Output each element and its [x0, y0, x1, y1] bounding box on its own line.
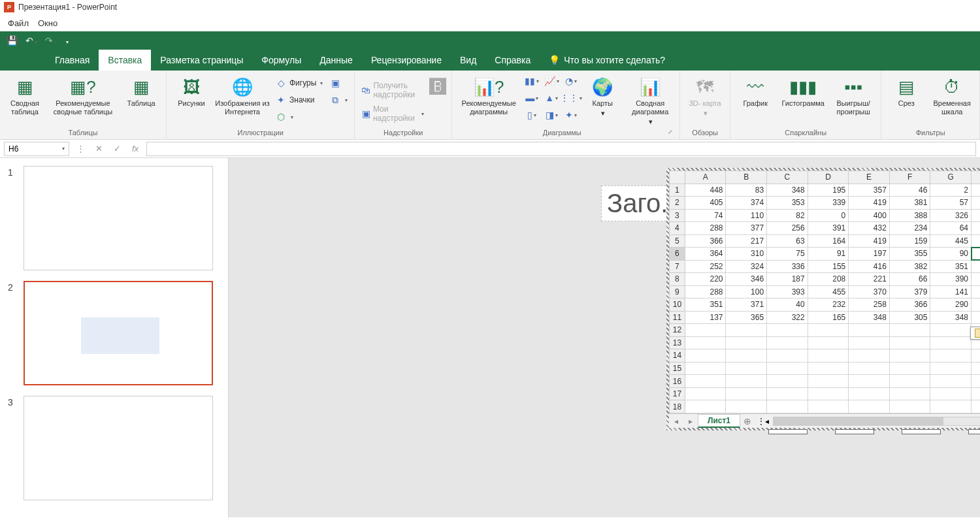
cell-A16[interactable]	[685, 375, 726, 388]
cell-B1[interactable]: 83	[726, 184, 767, 197]
row-header-1[interactable]: 1	[670, 184, 685, 197]
charts-dialog-launcher[interactable]: ⤢	[668, 129, 676, 138]
cell-G6[interactable]: 90	[930, 248, 972, 261]
cell-F11[interactable]: 305	[889, 311, 930, 324]
row-header-11[interactable]: 11	[670, 311, 685, 324]
cell-F1[interactable]: 46	[889, 184, 930, 197]
cell-H18[interactable]	[972, 400, 980, 413]
enter-icon[interactable]: ✓	[110, 144, 124, 153]
cell-G10[interactable]: 290	[930, 298, 972, 312]
cell-B16[interactable]	[726, 375, 767, 388]
my-addins-button[interactable]: ▣Мои надстройки▾	[359, 103, 427, 124]
cell-A3[interactable]: 74	[685, 209, 726, 222]
col-header-D[interactable]: D	[808, 171, 849, 184]
row-header-9[interactable]: 9	[670, 285, 685, 298]
cell-E17[interactable]	[849, 387, 890, 400]
cell-D10[interactable]: 232	[808, 298, 849, 312]
cell-F7[interactable]: 382	[889, 260, 930, 273]
row-header-18[interactable]: 18	[670, 400, 685, 413]
cell-E13[interactable]	[849, 336, 890, 349]
row-header-6[interactable]: 6	[670, 248, 685, 261]
horizontal-scrollbar[interactable]: ⋮ ◂ ▸	[755, 417, 980, 426]
cell-A15[interactable]	[685, 362, 726, 375]
cell-C5[interactable]: 63	[767, 234, 808, 248]
qat-customize-icon[interactable]: ▾	[65, 35, 69, 46]
cell-A7[interactable]: 252	[685, 260, 726, 273]
cell-G11[interactable]: 348	[930, 311, 972, 324]
cell-D1[interactable]: 195	[808, 184, 849, 197]
get-addins-button[interactable]: 🛍Получить надстройки	[359, 80, 427, 101]
table-button[interactable]: ▦Таблица	[120, 73, 162, 110]
cell-G4[interactable]: 64	[930, 222, 972, 235]
cell-B7[interactable]: 324	[726, 260, 767, 273]
cell-A8[interactable]: 220	[685, 273, 726, 286]
cell-E5[interactable]: 419	[849, 234, 890, 248]
cell-C8[interactable]: 187	[767, 273, 808, 286]
row-header-10[interactable]: 10	[670, 298, 685, 312]
cell-C14[interactable]	[767, 349, 808, 362]
cell-A18[interactable]	[685, 400, 726, 413]
paste-options-button[interactable]: (Ctrl) ▾	[970, 327, 980, 340]
cell-G1[interactable]: 2	[930, 184, 972, 197]
cell-E15[interactable]	[849, 362, 890, 375]
slicer-button[interactable]: ▤Срез	[885, 73, 927, 110]
cell-A10[interactable]: 351	[685, 298, 726, 312]
cell-H11[interactable]	[972, 311, 980, 324]
cell-C16[interactable]	[767, 375, 808, 388]
cell-B15[interactable]	[726, 362, 767, 375]
cell-D3[interactable]: 0	[808, 209, 849, 222]
row-header-15[interactable]: 15	[670, 362, 685, 375]
cell-C12[interactable]	[767, 324, 808, 337]
cell-F9[interactable]: 379	[889, 285, 930, 298]
cell-B17[interactable]	[726, 387, 767, 400]
row-header-17[interactable]: 17	[670, 387, 685, 400]
slide-preview[interactable]	[24, 166, 213, 270]
cell-D12[interactable]	[808, 324, 849, 337]
cell-C6[interactable]: 75	[767, 248, 808, 261]
cell-F3[interactable]: 388	[889, 209, 930, 222]
cell-C2[interactable]: 353	[767, 197, 808, 210]
col-header-B[interactable]: B	[726, 171, 767, 184]
cell-F4[interactable]: 234	[889, 222, 930, 235]
pie-chart-icon[interactable]: ◔▾	[562, 73, 580, 89]
cell-E16[interactable]	[849, 375, 890, 388]
slide-thumb-1[interactable]: 1	[8, 166, 220, 270]
tell-me-search[interactable]: 💡Что вы хотите сделать?	[540, 50, 674, 71]
cell-G7[interactable]: 351	[930, 260, 972, 273]
cell-D8[interactable]: 208	[808, 273, 849, 286]
recommended-pivot-button[interactable]: ▦?Рекомендуемые сводные таблицы	[47, 73, 119, 119]
redo-icon[interactable]: ↷▾	[45, 35, 57, 46]
maps-button[interactable]: 🌍Карты▾	[581, 73, 623, 120]
sparkline-column-button[interactable]: ▮▮▮Гистограмма	[777, 73, 828, 110]
cell-A1[interactable]: 448	[685, 184, 726, 197]
cell-D18[interactable]	[808, 400, 849, 413]
cell-H6[interactable]	[972, 248, 980, 261]
cell-B11[interactable]: 365	[726, 311, 767, 324]
area-chart-icon[interactable]: ▲▾	[542, 90, 561, 106]
3d-models-button[interactable]: ⬡▾	[272, 110, 325, 124]
cell-E2[interactable]: 419	[849, 197, 890, 210]
cell-F15[interactable]	[889, 362, 930, 375]
cell-G13[interactable]	[930, 336, 972, 349]
cell-G16[interactable]	[930, 375, 972, 388]
cell-E8[interactable]: 221	[849, 273, 890, 286]
cell-C11[interactable]: 322	[767, 311, 808, 324]
cell-D4[interactable]: 391	[808, 222, 849, 235]
stock-chart-icon[interactable]: ▯▾	[523, 107, 541, 123]
save-icon[interactable]: 💾	[7, 35, 18, 46]
formula-expand-icon[interactable]: ⋮	[73, 144, 88, 153]
cell-A11[interactable]: 137	[685, 311, 726, 324]
row-header-3[interactable]: 3	[670, 209, 685, 222]
cell-C17[interactable]	[767, 387, 808, 400]
cell-G9[interactable]: 141	[930, 285, 972, 298]
cell-D17[interactable]	[808, 387, 849, 400]
tab-formulas[interactable]: Формулы	[252, 50, 310, 71]
cell-B10[interactable]: 371	[726, 298, 767, 312]
cell-F13[interactable]	[889, 336, 930, 349]
tab-help[interactable]: Справка	[485, 50, 540, 71]
fx-icon[interactable]: fx	[128, 144, 142, 153]
row-header-14[interactable]: 14	[670, 349, 685, 362]
row-header-16[interactable]: 16	[670, 375, 685, 388]
cell-C3[interactable]: 82	[767, 209, 808, 222]
tab-pagelayout[interactable]: Разметка страницы	[151, 50, 252, 71]
